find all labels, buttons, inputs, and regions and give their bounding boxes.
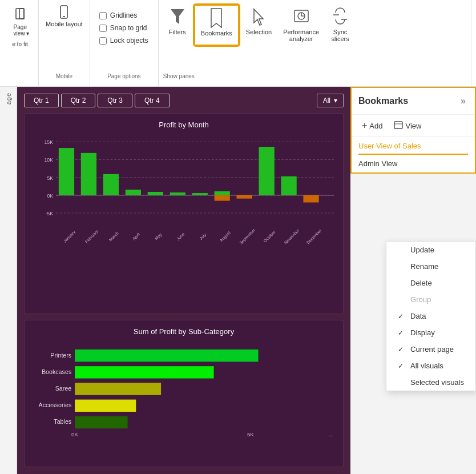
selection-button[interactable]: Selection xyxy=(241,5,276,46)
svg-text:...: ... xyxy=(328,429,334,437)
view-label: View xyxy=(405,122,421,130)
svg-rect-31 xyxy=(259,147,275,195)
svg-text:0K: 0K xyxy=(71,431,78,437)
main-content: age Qtr 1 Qtr 2 Qtr 3 Qtr 4 All ▾ Profit… xyxy=(0,87,476,474)
current-page-label: Current page xyxy=(410,345,454,354)
filters-icon xyxy=(170,7,185,27)
filters-button[interactable]: Filters xyxy=(163,5,192,46)
page-view-button[interactable]: Pageview ▾ xyxy=(10,5,33,39)
lock-objects-input[interactable] xyxy=(99,37,107,45)
lock-objects-checkbox[interactable]: Lock objects xyxy=(99,37,149,45)
mobile-group-label: Mobile xyxy=(56,73,72,82)
gridlines-label: Gridlines xyxy=(110,11,137,19)
svg-rect-60 xyxy=(394,122,402,128)
bookmark-item-user-view[interactable]: User View of Sales xyxy=(352,137,475,155)
svg-text:Saree: Saree xyxy=(55,385,72,392)
svg-text:Tables: Tables xyxy=(54,418,71,425)
svg-text:August: August xyxy=(219,230,231,243)
bookmarks-actions: + Add View xyxy=(352,115,475,137)
svg-text:May: May xyxy=(154,232,163,241)
context-menu-all-visuals[interactable]: ✓ All visuals xyxy=(386,357,475,374)
context-menu-rename[interactable]: Rename xyxy=(386,258,475,275)
bookmark-items-list: User View of Sales Admin View xyxy=(352,137,475,172)
bookmark-item-admin-view[interactable]: Admin View xyxy=(352,155,475,172)
chart2-title: Sum of Profit by Sub-Category xyxy=(34,327,334,336)
qtr4-button[interactable]: Qtr 4 xyxy=(135,94,170,107)
svg-text:Bookcases: Bookcases xyxy=(42,368,71,375)
chart1-svg: 15K 10K 5K 0K -5K xyxy=(34,135,334,249)
add-bookmark-button[interactable]: + Add xyxy=(358,119,386,132)
profit-by-subcategory-chart: Sum of Profit by Sub-Category Printers B… xyxy=(24,320,344,468)
selection-label: Selection xyxy=(246,29,272,35)
all-visuals-check: ✓ xyxy=(398,362,406,370)
lock-objects-label: Lock objects xyxy=(110,37,148,45)
qtr2-button[interactable]: Qtr 2 xyxy=(61,94,96,107)
svg-text:Printers: Printers xyxy=(50,351,71,358)
filters-icon-area xyxy=(168,8,187,26)
sync-slicers-label: Syncslicers xyxy=(332,29,349,42)
context-menu-group: Group xyxy=(386,291,475,308)
svg-text:March: March xyxy=(108,231,120,243)
svg-rect-1 xyxy=(19,9,24,19)
svg-rect-34 xyxy=(215,191,230,195)
svg-marker-4 xyxy=(171,9,184,24)
performance-icon xyxy=(292,7,310,27)
display-check: ✓ xyxy=(398,329,406,337)
gridlines-checkbox[interactable]: Gridlines xyxy=(99,11,149,19)
add-icon: + xyxy=(362,120,367,131)
all-dropdown-wrapper[interactable]: All ▾ xyxy=(317,94,344,107)
svg-text:October: October xyxy=(263,229,277,243)
sync-slicers-icon xyxy=(331,7,349,27)
all-visuals-label: All visuals xyxy=(410,361,443,370)
svg-text:February: February xyxy=(84,228,99,244)
svg-rect-0 xyxy=(16,9,24,19)
svg-text:Accessories: Accessories xyxy=(39,401,72,408)
bookmarks-panel-wrapper: Bookmarks » + Add View xyxy=(350,87,476,474)
snap-to-grid-checkbox[interactable]: Snap to grid xyxy=(99,24,149,32)
chart2-svg: Printers Bookcases Saree Accessories Tab… xyxy=(34,342,334,441)
bookmarks-button[interactable]: Bookmarks xyxy=(194,5,239,46)
svg-text:April: April xyxy=(131,232,141,242)
svg-text:September: September xyxy=(238,227,256,246)
context-menu-delete[interactable]: Delete xyxy=(386,275,475,291)
update-label: Update xyxy=(410,246,434,254)
fit-label[interactable]: e to fit xyxy=(10,40,30,49)
view-bookmark-button[interactable]: View xyxy=(390,119,425,132)
bookmark-item-label-admin-view: Admin View xyxy=(358,159,397,168)
qtr3-button[interactable]: Qtr 3 xyxy=(98,94,132,107)
ribbon-group-page-options: Gridlines Snap to grid Lock objects Page… xyxy=(90,0,159,86)
ribbon-group-show-panes: Filters Bookmarks Selection xyxy=(159,0,471,86)
svg-rect-52 xyxy=(75,349,258,361)
performance-analyzer-label: Performanceanalyzer xyxy=(283,29,319,42)
performance-icon-area xyxy=(292,8,310,26)
context-menu-selected-visuals[interactable]: Selected visuals xyxy=(386,374,475,391)
display-label: Display xyxy=(410,328,435,337)
performance-analyzer-button[interactable]: Performanceanalyzer xyxy=(279,5,324,46)
bookmarks-panel: Bookmarks » + Add View xyxy=(350,87,476,174)
sync-slicers-button[interactable]: Syncslicers xyxy=(326,5,354,46)
expand-button[interactable]: » xyxy=(458,94,468,109)
context-menu-data[interactable]: ✓ Data xyxy=(386,308,475,324)
bookmarks-label: Bookmarks xyxy=(201,30,232,37)
svg-text:5K: 5K xyxy=(47,175,53,181)
selected-visuals-label: Selected visuals xyxy=(410,378,464,387)
svg-rect-29 xyxy=(215,195,230,201)
svg-text:-5K: -5K xyxy=(45,211,53,216)
data-check: ✓ xyxy=(398,312,406,320)
delete-label: Delete xyxy=(410,279,432,287)
context-menu-current-page[interactable]: ✓ Current page xyxy=(386,341,475,357)
all-dropdown-chevron: ▾ xyxy=(334,97,337,105)
qtr1-button[interactable]: Qtr 1 xyxy=(24,94,59,107)
snap-to-grid-input[interactable] xyxy=(99,25,107,32)
view-icon xyxy=(394,121,403,131)
bookmarks-panel-title: Bookmarks xyxy=(358,96,408,106)
context-menu-update[interactable]: Update xyxy=(386,242,475,258)
ribbon: Pageview ▾ e to fit Mobile layout Mobile… xyxy=(0,0,476,87)
context-menu-display[interactable]: ✓ Display xyxy=(386,324,475,341)
gridlines-input[interactable] xyxy=(99,12,107,19)
quarter-buttons: Qtr 1 Qtr 2 Qtr 3 Qtr 4 xyxy=(24,94,170,107)
sync-slicers-icon-area xyxy=(331,8,349,26)
svg-text:5K: 5K xyxy=(247,431,254,437)
svg-rect-22 xyxy=(59,148,74,195)
mobile-layout-button[interactable]: Mobile layout xyxy=(46,5,83,27)
